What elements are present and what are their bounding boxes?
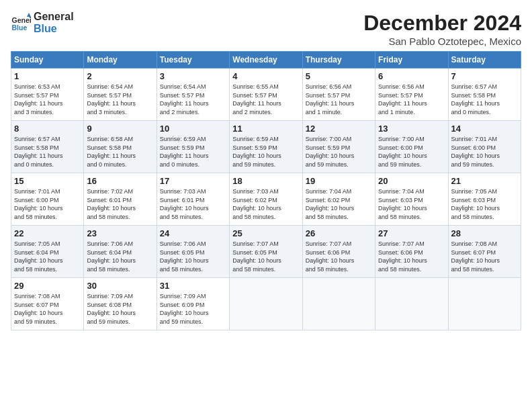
day-number: 4 [232, 71, 299, 81]
page-container: General Blue General Blue December 2024 … [0, 0, 532, 336]
calendar-cell: 30Sunrise: 7:09 AM Sunset: 6:08 PM Dayli… [84, 278, 157, 330]
day-info: Sunrise: 7:02 AM Sunset: 6:01 PM Dayligh… [87, 187, 153, 221]
day-number: 20 [378, 176, 445, 186]
day-info: Sunrise: 7:07 AM Sunset: 6:06 PM Dayligh… [306, 240, 372, 273]
calendar-cell: 5Sunrise: 6:56 AM Sunset: 5:57 PM Daylig… [302, 68, 375, 121]
calendar-week-4: 22Sunrise: 7:05 AM Sunset: 6:04 PM Dayli… [11, 226, 521, 278]
day-number: 7 [451, 71, 518, 81]
col-saturday: Saturday [448, 52, 521, 68]
calendar-cell [448, 278, 521, 330]
day-info: Sunrise: 7:03 AM Sunset: 6:02 PM Dayligh… [232, 187, 299, 221]
day-number: 19 [306, 176, 372, 186]
day-info: Sunrise: 7:04 AM Sunset: 6:02 PM Dayligh… [306, 187, 372, 221]
calendar-cell: 17Sunrise: 7:03 AM Sunset: 6:01 PM Dayli… [157, 173, 229, 226]
day-number: 23 [87, 228, 153, 238]
day-number: 13 [378, 124, 445, 134]
day-info: Sunrise: 7:08 AM Sunset: 6:07 PM Dayligh… [14, 292, 81, 326]
calendar-cell: 27Sunrise: 7:07 AM Sunset: 6:06 PM Dayli… [375, 226, 448, 278]
day-info: Sunrise: 6:55 AM Sunset: 5:57 PM Dayligh… [232, 83, 299, 116]
svg-text:Blue: Blue [12, 23, 28, 31]
day-number: 17 [160, 176, 226, 186]
day-info: Sunrise: 6:56 AM Sunset: 5:57 PM Dayligh… [306, 83, 372, 116]
day-info: Sunrise: 7:06 AM Sunset: 6:04 PM Dayligh… [87, 240, 153, 273]
col-friday: Friday [375, 52, 448, 68]
day-number: 11 [232, 124, 299, 134]
day-info: Sunrise: 6:59 AM Sunset: 5:59 PM Dayligh… [232, 135, 299, 169]
day-number: 29 [14, 281, 81, 291]
calendar-cell: 7Sunrise: 6:57 AM Sunset: 5:58 PM Daylig… [448, 68, 521, 121]
calendar-cell: 6Sunrise: 6:56 AM Sunset: 5:57 PM Daylig… [375, 68, 448, 121]
day-info: Sunrise: 7:00 AM Sunset: 6:00 PM Dayligh… [378, 135, 445, 169]
day-info: Sunrise: 7:01 AM Sunset: 6:00 PM Dayligh… [14, 187, 81, 221]
day-info: Sunrise: 6:54 AM Sunset: 5:57 PM Dayligh… [160, 83, 226, 116]
day-number: 12 [306, 124, 372, 134]
day-info: Sunrise: 6:57 AM Sunset: 5:58 PM Dayligh… [451, 83, 518, 116]
calendar-week-2: 8Sunrise: 6:57 AM Sunset: 5:58 PM Daylig… [11, 121, 521, 173]
day-info: Sunrise: 7:05 AM Sunset: 6:03 PM Dayligh… [451, 187, 518, 221]
calendar-cell: 2Sunrise: 6:54 AM Sunset: 5:57 PM Daylig… [84, 68, 157, 121]
day-info: Sunrise: 7:09 AM Sunset: 6:09 PM Dayligh… [160, 292, 226, 326]
calendar-cell: 3Sunrise: 6:54 AM Sunset: 5:57 PM Daylig… [157, 68, 229, 121]
calendar-cell [375, 278, 448, 330]
day-number: 27 [378, 228, 445, 238]
day-info: Sunrise: 6:56 AM Sunset: 5:57 PM Dayligh… [378, 83, 445, 116]
calendar-cell: 31Sunrise: 7:09 AM Sunset: 6:09 PM Dayli… [157, 278, 229, 330]
calendar-week-5: 29Sunrise: 7:08 AM Sunset: 6:07 PM Dayli… [11, 278, 521, 330]
calendar-week-1: 1Sunrise: 6:53 AM Sunset: 5:57 PM Daylig… [11, 68, 521, 121]
calendar-cell: 16Sunrise: 7:02 AM Sunset: 6:01 PM Dayli… [84, 173, 157, 226]
day-number: 25 [232, 228, 299, 238]
day-number: 28 [451, 228, 518, 238]
day-number: 24 [160, 228, 226, 238]
day-number: 21 [451, 176, 518, 186]
logo-icon: General Blue [11, 13, 31, 33]
calendar-table: Sunday Monday Tuesday Wednesday Thursday… [11, 51, 521, 330]
day-info: Sunrise: 6:53 AM Sunset: 5:57 PM Dayligh… [14, 83, 81, 116]
day-info: Sunrise: 7:04 AM Sunset: 6:03 PM Dayligh… [378, 187, 445, 221]
calendar-cell: 10Sunrise: 6:59 AM Sunset: 5:59 PM Dayli… [157, 121, 229, 173]
day-info: Sunrise: 7:06 AM Sunset: 6:05 PM Dayligh… [160, 240, 226, 273]
calendar-cell: 21Sunrise: 7:05 AM Sunset: 6:03 PM Dayli… [448, 173, 521, 226]
day-number: 14 [451, 124, 518, 134]
day-number: 31 [160, 281, 226, 291]
day-number: 2 [87, 71, 153, 81]
day-number: 8 [14, 124, 81, 134]
day-number: 30 [87, 281, 153, 291]
col-thursday: Thursday [302, 52, 375, 68]
day-info: Sunrise: 6:58 AM Sunset: 5:58 PM Dayligh… [87, 135, 153, 169]
title-block: December 2024 San Pablo Oztotepec, Mexic… [363, 11, 521, 47]
calendar-cell [230, 278, 302, 330]
day-info: Sunrise: 7:07 AM Sunset: 6:06 PM Dayligh… [378, 240, 445, 273]
day-number: 6 [378, 71, 445, 81]
calendar-cell: 12Sunrise: 7:00 AM Sunset: 5:59 PM Dayli… [302, 121, 375, 173]
day-number: 26 [306, 228, 372, 238]
day-number: 5 [306, 71, 372, 81]
calendar-cell: 8Sunrise: 6:57 AM Sunset: 5:58 PM Daylig… [11, 121, 84, 173]
day-info: Sunrise: 7:05 AM Sunset: 6:04 PM Dayligh… [14, 240, 81, 273]
header-row: Sunday Monday Tuesday Wednesday Thursday… [11, 52, 521, 68]
col-sunday: Sunday [11, 52, 84, 68]
calendar-cell: 28Sunrise: 7:08 AM Sunset: 6:07 PM Dayli… [448, 226, 521, 278]
logo-line2: Blue [34, 23, 74, 35]
header: General Blue General Blue December 2024 … [11, 11, 521, 47]
day-number: 10 [160, 124, 226, 134]
calendar-cell: 22Sunrise: 7:05 AM Sunset: 6:04 PM Dayli… [11, 226, 84, 278]
day-number: 22 [14, 228, 81, 238]
calendar-cell: 1Sunrise: 6:53 AM Sunset: 5:57 PM Daylig… [11, 68, 84, 121]
calendar-cell: 13Sunrise: 7:00 AM Sunset: 6:00 PM Dayli… [375, 121, 448, 173]
calendar-cell [302, 278, 375, 330]
location-subtitle: San Pablo Oztotepec, Mexico [363, 36, 521, 47]
calendar-cell: 23Sunrise: 7:06 AM Sunset: 6:04 PM Dayli… [84, 226, 157, 278]
calendar-cell: 15Sunrise: 7:01 AM Sunset: 6:00 PM Dayli… [11, 173, 84, 226]
col-tuesday: Tuesday [157, 52, 229, 68]
calendar-header: Sunday Monday Tuesday Wednesday Thursday… [11, 52, 521, 68]
logo: General Blue General Blue [11, 11, 74, 34]
svg-marker-2 [27, 13, 31, 17]
day-info: Sunrise: 7:07 AM Sunset: 6:05 PM Dayligh… [232, 240, 299, 273]
day-info: Sunrise: 7:08 AM Sunset: 6:07 PM Dayligh… [451, 240, 518, 273]
month-title: December 2024 [363, 11, 521, 36]
calendar-cell: 4Sunrise: 6:55 AM Sunset: 5:57 PM Daylig… [230, 68, 302, 121]
day-number: 1 [14, 71, 81, 81]
calendar-cell: 25Sunrise: 7:07 AM Sunset: 6:05 PM Dayli… [230, 226, 302, 278]
day-number: 9 [87, 124, 153, 134]
logo-line1: General [34, 11, 74, 23]
